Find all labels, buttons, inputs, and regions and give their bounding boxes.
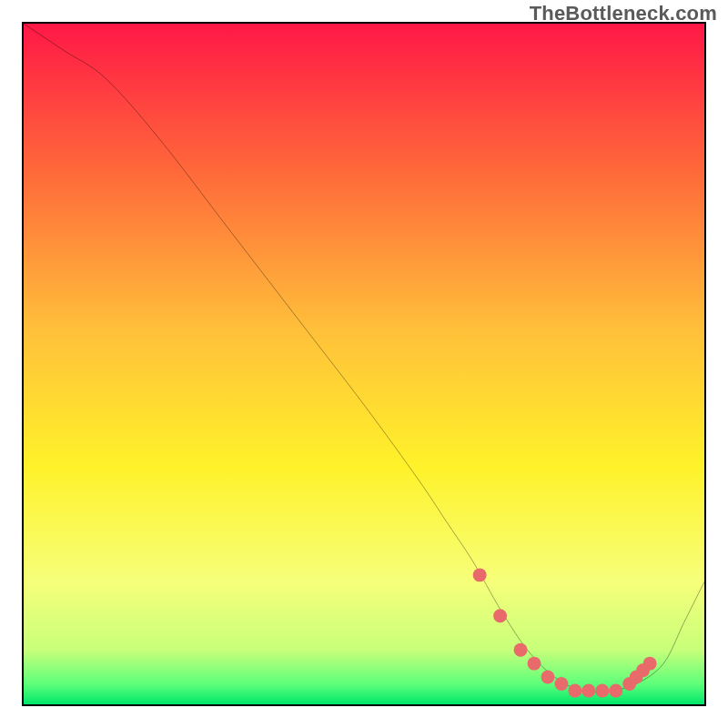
marker-point (514, 643, 528, 657)
marker-point (493, 609, 507, 622)
marker-point (554, 677, 568, 691)
marker-point (568, 684, 581, 698)
chart-stage: TheBottleneck.com (0, 0, 728, 728)
marker-point (643, 657, 657, 671)
marker-point (609, 684, 622, 698)
marker-point (541, 671, 554, 684)
chart-svg (24, 24, 704, 704)
gradient-background (24, 24, 704, 704)
marker-point (581, 684, 595, 698)
marker-point (473, 568, 487, 581)
marker-point (528, 657, 541, 671)
chart-plot-area (22, 22, 706, 706)
marker-point (595, 684, 609, 698)
